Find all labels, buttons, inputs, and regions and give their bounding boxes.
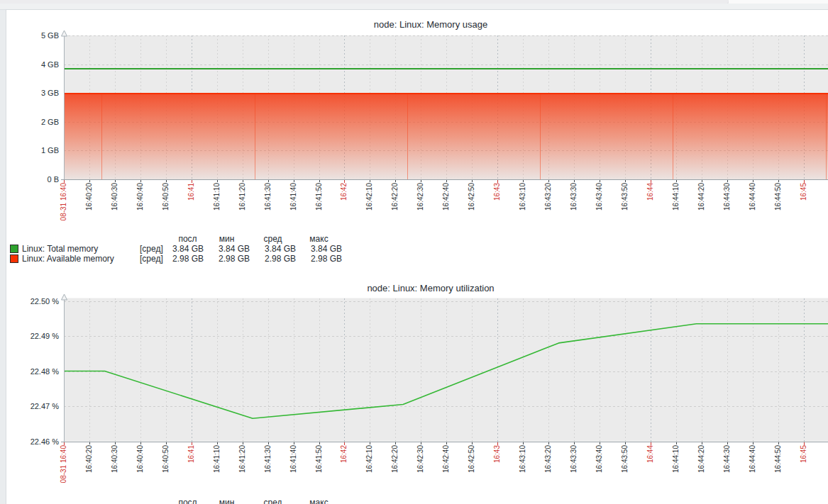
x-axis-label: 16:43:10 [519, 183, 527, 211]
legend-header-last: посл [172, 498, 204, 504]
y-axis-label: 3 GB [18, 89, 59, 97]
x-axis-label: 16:44:50 [774, 183, 783, 211]
x-axis-label: 16:40:30 [111, 445, 119, 473]
x-axis-label: 16:42:10 [365, 445, 374, 473]
x-axis-label: 16:42:40 [442, 445, 451, 473]
legend-header-min: мин [204, 234, 250, 244]
x-axis-label: 16:41:20 [238, 183, 247, 211]
x-axis-label: 16:43:20 [544, 183, 553, 211]
legend-row-available-memory: Linux: Available memory [сред] 2.98 GB 2… [10, 254, 342, 264]
x-axis-label: 16:42:20 [391, 445, 399, 473]
total-memory-swatch [10, 245, 18, 253]
x-axis-label: 16:41:50 [315, 445, 324, 473]
legend-value-min: 2.98 GB [204, 254, 250, 264]
x-axis-label: 16:41:10 [213, 183, 221, 211]
x-axis-label: 16:42 [340, 445, 348, 463]
legend-value-avg: 2.98 GB [250, 254, 296, 264]
y-axis-arrow-icon [62, 30, 67, 36]
x-axis-label: 16:41:40 [289, 445, 298, 473]
x-axis-label: 16:41:50 [315, 183, 324, 211]
x-axis-label: 16:43:30 [570, 445, 578, 473]
x-axis-label: 16:43:40 [595, 183, 604, 211]
x-axis-label: 16:42:50 [468, 183, 476, 211]
x-axis-label: 16:42:10 [365, 183, 374, 211]
x-axis-label: 16:43:40 [595, 445, 604, 473]
x-axis-label: 16:43:10 [519, 445, 527, 473]
legend-header-max: макс [296, 234, 342, 244]
x-axis-label: 16:42:20 [391, 183, 399, 211]
x-axis-label: 16:42:30 [416, 445, 425, 473]
legend-value-min: 3.84 GB [204, 244, 250, 254]
x-axis-label: 16:40:50 [162, 445, 170, 473]
y-axis-label: 0 B [18, 175, 59, 184]
legend-value-max: 2.98 GB [296, 254, 342, 264]
legend-header-last: посл [172, 234, 204, 244]
plot-area[interactable] [64, 298, 828, 442]
x-axis-label: 16:41:30 [264, 445, 272, 473]
x-axis-label: 16:40:20 [85, 183, 94, 211]
available-memory-swatch [10, 254, 18, 263]
x-axis-label: 16:44:50 [774, 445, 783, 473]
y-axis-label: 22.46 % [18, 437, 59, 446]
x-axis-label: 16:43:30 [570, 183, 578, 211]
y-axis-arrow-icon [62, 294, 67, 300]
x-axis-label: 16:41:20 [238, 445, 247, 473]
x-axis-label: 16:42:40 [442, 183, 451, 211]
legend-header-min: мин [204, 498, 250, 504]
x-axis-label: 16:41:40 [289, 183, 298, 211]
legend-header-avg: сред [250, 234, 296, 244]
x-axis-label: 16:40:30 [111, 183, 119, 211]
x-axis-label: 16:43 [493, 183, 502, 201]
y-axis-label: 22.48 % [18, 367, 59, 376]
legend-func-label: [сред] [140, 244, 172, 254]
legend-header-row: посл мин сред макс [10, 498, 342, 504]
zabbix-graph-page: node: Linux: Memory usage node: Linux: M… [0, 0, 828, 504]
y-axis-label: 4 GB [18, 60, 59, 69]
x-axis-label: 16:45 [800, 183, 808, 201]
x-axis-label: 16:43 [493, 445, 502, 463]
x-axis-label: 16:44:10 [672, 183, 680, 211]
x-axis-label: 16:40:50 [162, 183, 170, 211]
x-axis-label: 16:40:20 [85, 445, 94, 473]
y-axis-label: 1 GB [18, 146, 59, 155]
x-axis-label: 08-31 16:40 [60, 445, 68, 483]
available-memory-area [64, 94, 828, 179]
x-axis-label: 16:42:30 [416, 183, 425, 211]
y-axis-label: 5 GB [18, 31, 59, 40]
legend-func-label: [сред] [140, 254, 172, 264]
x-axis-label: 16:44:40 [749, 445, 757, 473]
legend-series-label: Linux: Available memory [22, 254, 140, 264]
y-axis-label: 2 GB [18, 118, 59, 126]
x-axis-label: 16:41:30 [264, 183, 272, 211]
legend-value-avg: 3.84 GB [250, 244, 296, 254]
x-axis-label: 16:44:20 [697, 183, 706, 211]
x-axis-label: 16:44:10 [672, 445, 680, 473]
legend-value-last: 3.84 GB [172, 244, 204, 254]
x-axis-label: 16:43:50 [621, 445, 629, 473]
y-axis-label: 22.50 % [18, 297, 59, 306]
legend-series-label: Linux: Total memory [22, 244, 140, 254]
x-axis-label: 16:44 [646, 445, 655, 463]
x-axis-label: 16:41:10 [213, 445, 221, 473]
x-axis-label: 16:42 [340, 183, 348, 201]
x-axis-label: 16:44:40 [749, 183, 757, 211]
legend-row-total-memory: Linux: Total memory [сред] 3.84 GB 3.84 … [10, 244, 342, 254]
x-axis-label: 16:44 [646, 183, 655, 201]
x-axis-label: 16:40:40 [136, 445, 145, 473]
x-axis-label: 16:44:20 [697, 445, 706, 473]
x-axis-label: 16:41 [187, 445, 196, 463]
x-axis-label: 16:45 [800, 445, 808, 463]
x-axis-label: 16:42:50 [468, 445, 476, 473]
legend-header-avg: сред [250, 498, 296, 504]
legend-memory-usage: посл мин сред макс Linux: Total memory [… [10, 234, 342, 264]
x-axis-label: 16:43:20 [544, 445, 553, 473]
x-axis-label: 16:40:40 [136, 183, 145, 211]
x-axis-label: 16:43:50 [621, 183, 629, 211]
y-axis-label: 22.49 % [18, 332, 59, 340]
x-axis-label: 16:44:30 [723, 183, 732, 211]
x-axis-label: 16:41 [187, 183, 196, 201]
legend-value-max: 3.84 GB [296, 244, 342, 254]
x-axis-label: 08-31 16:40 [60, 183, 68, 220]
x-axis-label: 16:44:30 [723, 445, 732, 473]
legend-header-row: посл мин сред макс [10, 234, 342, 244]
